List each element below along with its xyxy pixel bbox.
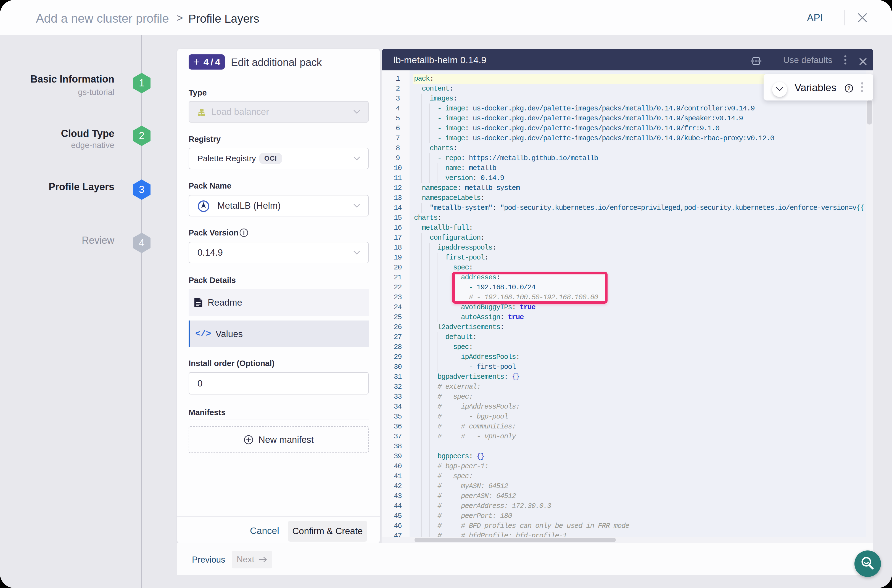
svg-text:?: ? [847, 86, 851, 91]
